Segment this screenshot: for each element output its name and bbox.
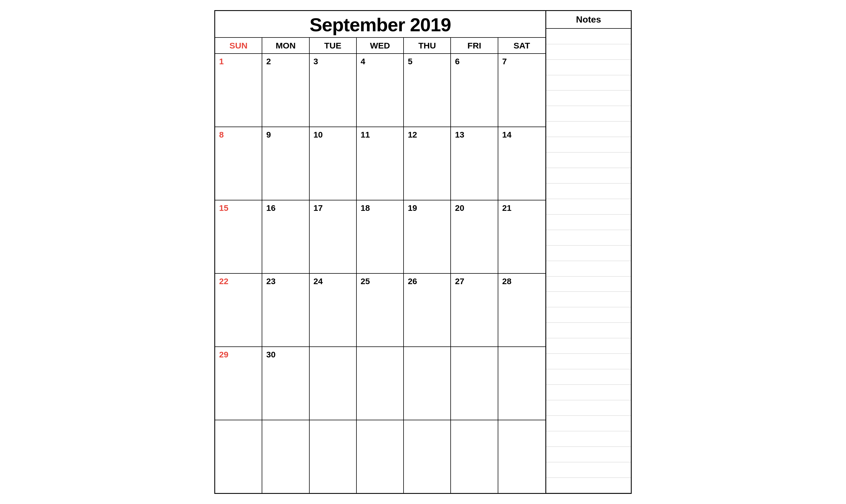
calendar-cell bbox=[498, 420, 545, 493]
notes-line[interactable] bbox=[546, 60, 631, 75]
notes-line[interactable] bbox=[546, 431, 631, 447]
calendar-cell: 13 bbox=[451, 127, 498, 200]
calendar-grid: 1234567891011121314151617181920212223242… bbox=[215, 54, 545, 493]
notes-line[interactable] bbox=[546, 323, 631, 338]
calendar-cell bbox=[357, 347, 404, 420]
notes-line[interactable] bbox=[546, 261, 631, 276]
calendar-cell: 1 bbox=[215, 54, 262, 127]
calendar-cell: 2 bbox=[262, 54, 310, 127]
notes-line[interactable] bbox=[546, 416, 631, 431]
notes-line[interactable] bbox=[546, 478, 631, 493]
calendar-cell: 20 bbox=[451, 200, 498, 273]
calendar-cell bbox=[310, 420, 357, 493]
calendar-cell bbox=[357, 420, 404, 493]
calendar-cell: 16 bbox=[262, 200, 310, 273]
calendar-cell: 4 bbox=[357, 54, 404, 127]
calendar-cell: 24 bbox=[310, 274, 357, 346]
calendar-cell: 25 bbox=[357, 274, 404, 346]
calendar-cell: 22 bbox=[215, 274, 262, 346]
calendar-section: September 2019 SUN MON TUE WED THU FRI S… bbox=[215, 11, 546, 493]
calendar-cell: 29 bbox=[215, 347, 262, 420]
calendar-cell: 15 bbox=[215, 200, 262, 273]
calendar-cell: 18 bbox=[357, 200, 404, 273]
day-header-thu: THU bbox=[404, 38, 451, 53]
days-header: SUN MON TUE WED THU FRI SAT bbox=[215, 38, 545, 54]
day-header-mon: MON bbox=[262, 38, 310, 53]
calendar-cell: 17 bbox=[310, 200, 357, 273]
notes-line[interactable] bbox=[546, 385, 631, 400]
calendar-cell: 26 bbox=[404, 274, 451, 346]
calendar-cell: 12 bbox=[404, 127, 451, 200]
notes-line[interactable] bbox=[546, 199, 631, 215]
calendar-cell: 23 bbox=[262, 274, 310, 346]
notes-lines bbox=[546, 29, 631, 493]
calendar-row: 2930 bbox=[215, 347, 545, 420]
notes-line[interactable] bbox=[546, 307, 631, 323]
calendar-cell bbox=[404, 347, 451, 420]
calendar-cell: 30 bbox=[262, 347, 310, 420]
notes-line[interactable] bbox=[546, 292, 631, 307]
day-header-tue: TUE bbox=[310, 38, 357, 53]
notes-line[interactable] bbox=[546, 447, 631, 462]
notes-line[interactable] bbox=[546, 400, 631, 416]
calendar-cell bbox=[498, 347, 545, 420]
day-header-sat: SAT bbox=[498, 38, 545, 53]
calendar-cell: 14 bbox=[498, 127, 545, 200]
calendar-cell: 5 bbox=[404, 54, 451, 127]
notes-line[interactable] bbox=[546, 106, 631, 122]
notes-line[interactable] bbox=[546, 183, 631, 199]
notes-line[interactable] bbox=[546, 137, 631, 152]
calendar-cell bbox=[451, 347, 498, 420]
calendar-cell bbox=[262, 420, 310, 493]
notes-line[interactable] bbox=[546, 152, 631, 168]
notes-line[interactable] bbox=[546, 29, 631, 44]
notes-line[interactable] bbox=[546, 354, 631, 369]
calendar-title: September 2019 bbox=[215, 11, 545, 38]
notes-line[interactable] bbox=[546, 462, 631, 478]
calendar-cell: 6 bbox=[451, 54, 498, 127]
notes-line[interactable] bbox=[546, 122, 631, 137]
calendar-cell: 21 bbox=[498, 200, 545, 273]
notes-section: Notes bbox=[546, 11, 631, 493]
calendar-row: 1234567 bbox=[215, 54, 545, 127]
calendar-cell bbox=[451, 420, 498, 493]
calendar-cell bbox=[404, 420, 451, 493]
calendar-row bbox=[215, 420, 545, 493]
notes-line[interactable] bbox=[546, 168, 631, 183]
calendar-cell bbox=[310, 347, 357, 420]
notes-line[interactable] bbox=[546, 44, 631, 60]
notes-line[interactable] bbox=[546, 276, 631, 292]
calendar-cell: 11 bbox=[357, 127, 404, 200]
calendar-row: 22232425262728 bbox=[215, 274, 545, 347]
page-wrapper: September 2019 SUN MON TUE WED THU FRI S… bbox=[214, 10, 632, 494]
day-header-wed: WED bbox=[357, 38, 404, 53]
calendar-cell: 8 bbox=[215, 127, 262, 200]
day-header-fri: FRI bbox=[451, 38, 498, 53]
calendar-cell: 3 bbox=[310, 54, 357, 127]
notes-line[interactable] bbox=[546, 215, 631, 230]
calendar-cell: 28 bbox=[498, 274, 545, 346]
calendar-row: 15161718192021 bbox=[215, 200, 545, 274]
calendar-row: 891011121314 bbox=[215, 127, 545, 200]
notes-line[interactable] bbox=[546, 369, 631, 385]
calendar-cell: 7 bbox=[498, 54, 545, 127]
notes-line[interactable] bbox=[546, 246, 631, 261]
day-header-sun: SUN bbox=[215, 38, 262, 53]
calendar-cell: 27 bbox=[451, 274, 498, 346]
notes-title: Notes bbox=[546, 11, 631, 29]
calendar-cell: 10 bbox=[310, 127, 357, 200]
calendar-cell: 9 bbox=[262, 127, 310, 200]
calendar-cell bbox=[215, 420, 262, 493]
notes-line[interactable] bbox=[546, 90, 631, 106]
notes-line[interactable] bbox=[546, 75, 631, 91]
notes-line[interactable] bbox=[546, 338, 631, 354]
calendar-cell: 19 bbox=[404, 200, 451, 273]
notes-line[interactable] bbox=[546, 230, 631, 246]
